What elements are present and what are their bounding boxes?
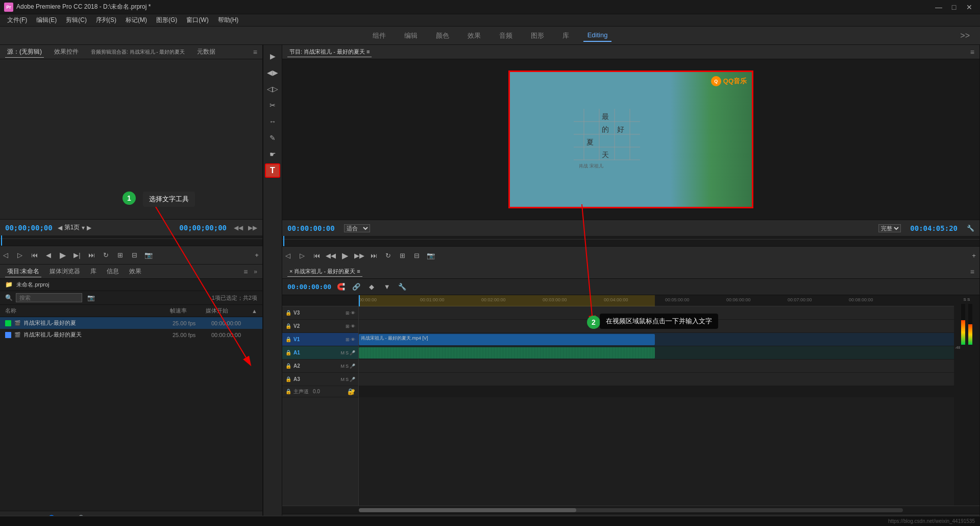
ws-tab-color[interactable]: 颜色 (432, 29, 453, 42)
ws-tab-edit[interactable]: 编辑 (400, 29, 422, 42)
program-btn-mark-in[interactable]: ◁ (282, 250, 293, 261)
program-btn-step-back[interactable]: ⏮ (311, 250, 322, 261)
ws-tab-library[interactable]: 库 (558, 29, 573, 42)
program-wrench-icon[interactable]: 🔧 (967, 225, 974, 232)
track-v2-lock[interactable]: 🔒 (285, 323, 291, 329)
close-button[interactable]: ✕ (963, 3, 976, 12)
narr-lock[interactable]: 🔒 (285, 389, 291, 394)
menu-file[interactable]: 文件(F) (3, 15, 31, 26)
tool-track-select[interactable]: ◀▶ (265, 65, 280, 80)
source-page-next[interactable]: ▶ (87, 224, 91, 231)
program-panel-menu-icon[interactable]: ≡ (970, 48, 974, 56)
menu-window[interactable]: 窗口(W) (182, 15, 212, 26)
program-btn-loop[interactable]: ↻ (382, 250, 394, 261)
menu-edit[interactable]: 编辑(E) (32, 15, 61, 26)
track-v1-eye[interactable]: 👁 (351, 337, 355, 342)
source-page-prev[interactable]: ◀ (58, 224, 62, 231)
program-video-area[interactable]: Q QQ音乐 (282, 59, 979, 220)
track-a1-s[interactable]: S (346, 350, 349, 355)
sort-icon[interactable]: ▲ (252, 308, 257, 314)
source-btn-play[interactable]: ▶ (57, 250, 68, 261)
menu-marker[interactable]: 标记(M) (121, 15, 151, 26)
tool-razor[interactable]: ✂ (265, 98, 280, 112)
source-tab-effects[interactable]: 效果控件 (52, 46, 81, 57)
source-timecode-left[interactable]: 00;00;00;00 (5, 224, 53, 232)
track-a2-s[interactable]: S (346, 364, 349, 369)
tool-type[interactable]: T (265, 163, 280, 178)
program-tab-title[interactable]: 节目: 肖战宋祖儿 - 最好的夏天 ≡ (287, 47, 372, 57)
track-a2-m[interactable]: M (340, 364, 345, 369)
track-a3-lock[interactable]: 🔒 (285, 376, 291, 382)
project-tab-info[interactable]: 信息 (105, 266, 121, 277)
project-panel-menu-icon[interactable]: ≡ (243, 268, 248, 276)
track-a3-s[interactable]: S (346, 377, 349, 382)
window-controls[interactable]: — □ ✕ (932, 3, 976, 12)
program-quality-select[interactable]: 完整 (878, 224, 901, 232)
source-tab-metadata[interactable]: 元数据 (195, 46, 217, 57)
menu-graphics[interactable]: 图形(G) (152, 15, 181, 26)
workspace-more-icon[interactable]: >> (960, 31, 970, 40)
program-btn-play-to-out[interactable]: ⏭ (368, 250, 379, 261)
track-v3-eye[interactable]: 👁 (351, 310, 355, 316)
track-v1-lock[interactable]: 🔒 (285, 337, 291, 342)
project-item-1[interactable]: 🎬 肖战宋祖儿-最好的夏天 25.00 fps 00:00:00:00 (0, 329, 262, 341)
tl-btn-markers[interactable]: ◆ (366, 281, 377, 293)
source-btn-play-fwd[interactable]: ⏭ (86, 250, 97, 261)
track-v3-sync[interactable]: ⊞ (346, 310, 350, 316)
source-btn-play-back[interactable]: ◀ (43, 250, 54, 261)
track-v1-sync[interactable]: ⊞ (346, 337, 350, 342)
track-a1-mic[interactable]: 🎤 (350, 350, 355, 355)
project-item-0[interactable]: 🎬 肖战宋祖儿-最好的夏 25.00 fps 00:00:00:00 (0, 317, 262, 329)
program-btn-lift[interactable]: ⊞ (397, 250, 408, 261)
program-zoom-select[interactable]: 适合 100% (344, 224, 370, 232)
source-btn-camera[interactable]: 📷 (143, 250, 154, 261)
project-tab-effects[interactable]: 效果 (127, 266, 143, 277)
track-a2-lock[interactable]: 🔒 (285, 363, 291, 369)
menu-sequence[interactable]: 序列(S) (92, 15, 120, 26)
source-add-icon[interactable]: ◀◀ (234, 224, 243, 231)
tl-btn-wrench[interactable]: 🔧 (397, 281, 408, 293)
timeline-timecode[interactable]: 00:00:00:00 (287, 283, 331, 291)
program-btn-extract[interactable]: ⊟ (411, 250, 422, 261)
scroll-thumb[interactable] (359, 508, 576, 512)
project-panel-expand[interactable]: » (254, 268, 257, 275)
source-tab-audio-mixer[interactable]: 音频剪辑混合器: 肖战宋祖儿 - 最好的夏天 (89, 47, 187, 57)
tool-ripple-edit[interactable]: ◁▷ (265, 82, 280, 96)
track-a1-m[interactable]: M (340, 350, 345, 355)
program-timecode-left[interactable]: 00:00:00:00 (287, 224, 335, 232)
source-page-select[interactable]: ▾ (82, 224, 85, 231)
track-v3-lock[interactable]: 🔒 (285, 310, 291, 316)
track-v2-eye[interactable]: 👁 (351, 324, 355, 329)
source-btn-insert[interactable]: ⊞ (114, 250, 126, 261)
program-btn-play[interactable]: ▶ (339, 250, 351, 261)
source-tab-source[interactable]: 源：(无剪辑) (5, 46, 44, 58)
search-input[interactable] (16, 293, 82, 302)
track-a1-lock[interactable]: 🔒 (285, 350, 291, 355)
tool-select[interactable]: ▶ (265, 49, 280, 63)
ws-tab-effects[interactable]: 效果 (463, 29, 485, 42)
source-btn-step-fwd[interactable]: ▶| (71, 250, 83, 261)
maximize-button[interactable]: □ (947, 3, 961, 12)
timeline-clip-audio[interactable] (359, 347, 655, 358)
ws-tab-graphics[interactable]: 图形 (527, 29, 548, 42)
tool-slip[interactable]: ↔ (265, 114, 280, 129)
menu-help[interactable]: 帮助(H) (214, 15, 243, 26)
narr-lock-icon[interactable]: 🔐 (348, 388, 355, 395)
tl-btn-lock[interactable]: ▼ (381, 281, 393, 293)
source-btn-mark-out[interactable]: ▷ (14, 250, 26, 261)
program-btn-mark-out[interactable]: ▷ (297, 250, 308, 261)
video-preview[interactable]: Q QQ音乐 (508, 70, 753, 208)
program-btn-play-back[interactable]: ◀◀ (325, 250, 336, 261)
tool-hand[interactable]: ☛ (265, 147, 280, 161)
source-panel-menu-icon[interactable]: ≡ (253, 48, 257, 56)
program-btn-camera[interactable]: 📷 (425, 250, 436, 261)
tl-btn-link[interactable]: 🔗 (351, 281, 362, 293)
track-a3-mic[interactable]: 🎤 (350, 377, 355, 382)
tool-pen[interactable]: ✎ (265, 131, 280, 145)
timeline-panel-menu-icon[interactable]: ≡ (970, 268, 974, 276)
timeline-clip-video[interactable]: 肖战宋祖儿 - 最好的夏天.mp4 [V] (359, 334, 655, 345)
track-a2-mic[interactable]: 🎤 (350, 364, 355, 369)
program-btn-step-fwd[interactable]: ▶▶ (354, 250, 365, 261)
ws-tab-audio[interactable]: 音频 (495, 29, 517, 42)
program-btn-add[interactable]: + (968, 250, 979, 261)
